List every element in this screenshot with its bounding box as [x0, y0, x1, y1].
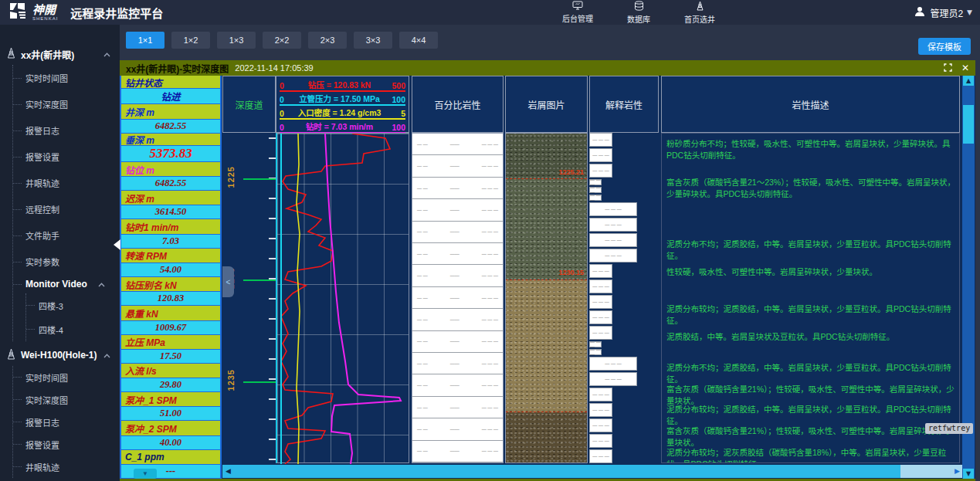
- percent-lithology-row: — ———— — —: [412, 397, 503, 418]
- scroll-up-icon[interactable]: ▲: [963, 76, 974, 86]
- interp-lithology-segment: — — —: [589, 326, 612, 340]
- sidebar-item[interactable]: 报警日志: [13, 411, 120, 433]
- param-value: 17.50: [121, 350, 220, 364]
- interp-lithology-segment: — — —: [589, 418, 612, 432]
- interp-lithology-segment: — — —: [589, 434, 612, 448]
- param-row: 钻压别名 kN120.83: [121, 277, 220, 306]
- interp-lithology-segment: — — —: [589, 403, 612, 417]
- param-value: 7.03: [121, 235, 220, 249]
- param-value: 3614.50: [121, 205, 220, 219]
- depth-tick-line: [243, 381, 276, 383]
- layout-button-1×3[interactable]: 1×3: [217, 32, 256, 49]
- save-template-button[interactable]: 保存模板: [918, 38, 971, 55]
- brand: 神開 SHENKAI: [0, 2, 58, 23]
- layout-button-2×3[interactable]: 2×3: [308, 32, 347, 49]
- nav-backend-admin[interactable]: 后台管理: [562, 1, 593, 24]
- sidebar-item[interactable]: 井眼轨迹: [13, 170, 120, 196]
- interp-lithology-segment: — — —: [589, 148, 612, 162]
- layout-button-2×2[interactable]: 2×2: [263, 32, 301, 49]
- curve-入口密度: [297, 134, 300, 464]
- interp-lithology-segment: — — —: [589, 388, 612, 401]
- param-value: 40.00: [121, 436, 220, 450]
- user-name: 管理员2: [930, 6, 963, 19]
- window-controls: ✕: [944, 61, 969, 75]
- interp-lithology-segment: — — —: [589, 179, 602, 185]
- param-label: 迟深 m: [121, 191, 220, 205]
- interp-lithology-segment: — — —: [589, 164, 612, 178]
- vertical-scrollbar[interactable]: ▲ ▼: [962, 76, 975, 479]
- cuttings-photo-section: [506, 179, 587, 280]
- sidebar-well-1[interactable]: Wei-H100(Hole-1): [0, 346, 120, 364]
- percent-lithology-row: — ———— — —: [412, 265, 503, 286]
- lithology-description: 泥质分布不均；泥质胶结，中等。岩屑呈块状，少量豆粒状。具PDC钻头切削特征。: [666, 239, 956, 262]
- sidebar-item[interactable]: 实时时间图: [13, 366, 120, 388]
- sidebar-item[interactable]: 报警日志: [13, 117, 120, 144]
- window-titlebar[interactable]: xx井(新井眼)-实时深度图 2022-11-14 17:05:39 ✕: [120, 60, 975, 76]
- lithology-description: 富含灰质（碳酸钙含量21～23%）；性较硬，吸水性、可塑性中等。岩屑呈块状，少量…: [666, 177, 956, 200]
- scroll-left-icon[interactable]: ◀: [226, 467, 231, 475]
- app-root: 神開 SHENKAI 远程录井监控平台 后台管理 数据库: [0, 0, 980, 481]
- chevron-up-icon[interactable]: [103, 350, 110, 361]
- layout-button-1×2[interactable]: 1×2: [171, 32, 210, 49]
- param-label: 钻压别名 kN: [121, 277, 220, 292]
- sidebar-item[interactable]: 实时时间图: [13, 65, 120, 91]
- chevron-up-icon[interactable]: [103, 49, 110, 59]
- sidebar-group-monitor-video[interactable]: Monitor Video: [13, 275, 120, 293]
- param-label: 钻位 m: [121, 162, 220, 177]
- sidebar-item[interactable]: 实时深度图: [13, 91, 120, 117]
- percent-lithology-row: — ———— — —: [412, 134, 503, 155]
- parameter-dropdown-button[interactable]: ▼: [134, 469, 157, 479]
- interp-lithology-segment: — — —: [589, 187, 602, 193]
- app-title: 远程录井监控平台: [70, 5, 163, 21]
- sidebar-item-video[interactable]: 四楼-4: [26, 317, 120, 341]
- param-label: 转速 RPM: [121, 249, 220, 263]
- derrick-icon: [6, 348, 16, 362]
- param-row: 转速 RPM54.00: [121, 249, 220, 277]
- param-value: 54.00: [121, 263, 220, 277]
- scroll-right-icon[interactable]: ▶: [955, 467, 960, 475]
- sidebar-item[interactable]: 报警设置: [13, 144, 120, 170]
- param-value: 29.80: [121, 378, 220, 392]
- layout-button-1×1[interactable]: 1×1: [126, 32, 164, 49]
- sidebar-item[interactable]: 实时深度图: [13, 388, 120, 411]
- horizontal-scrollbar[interactable]: ◀ ▶: [222, 465, 962, 478]
- sidebar-item[interactable]: 报警设置: [13, 433, 120, 456]
- interp-lithology-segment: — — —: [589, 449, 612, 463]
- percent-lithology-header: 百分比岩性: [412, 76, 504, 133]
- sidebar-item[interactable]: 井眼轨迹: [13, 456, 120, 478]
- sidebar-item[interactable]: 实时参数: [13, 249, 120, 275]
- depth-tick-line: [243, 279, 276, 281]
- param-value: 120.83: [121, 292, 220, 306]
- scroll-down-icon[interactable]: ▼: [963, 469, 974, 479]
- sidebar-item[interactable]: 文件助手: [13, 222, 120, 249]
- param-panel-collapse-tab[interactable]: <: [222, 266, 234, 297]
- percent-lithology-row: — ———— — —: [412, 243, 503, 265]
- lithology-description: 泥质分布较均；泥质胶结，中等。岩屑呈块状，少量豆粒状。具PDC钻头切削特征。: [666, 303, 956, 327]
- curve-钻时: [325, 134, 401, 464]
- param-label: 钻井状态: [121, 76, 220, 89]
- layout-button-4×4[interactable]: 4×4: [399, 32, 438, 49]
- sidebar-item[interactable]: 远程控制: [13, 196, 120, 222]
- percent-lithology-row: — ———— — —: [412, 222, 503, 243]
- percent-lithology-row: — ———— — —: [412, 287, 503, 309]
- nav-database[interactable]: 数据库: [627, 1, 650, 25]
- maximize-icon[interactable]: [944, 61, 952, 75]
- user-menu[interactable]: 管理员2 ▼: [914, 0, 972, 25]
- horizontal-scrollbar-thumb[interactable]: [222, 465, 900, 478]
- layout-button-3×3[interactable]: 3×3: [354, 32, 392, 49]
- depth-track-header: 深度道: [222, 76, 276, 133]
- chevron-up-icon[interactable]: [98, 279, 105, 290]
- nav-label: 数据库: [627, 13, 650, 25]
- nav-home-well-select[interactable]: 首页选井: [684, 1, 715, 25]
- interpreted-lithology-track: — — —— — —— — —— — —— — —— — —— — —— — —…: [589, 133, 659, 463]
- interp-lithology-segment: — — —: [589, 349, 602, 355]
- vertical-scrollbar-thumb[interactable]: [963, 105, 974, 144]
- param-row: 泵冲_2 SPM40.00: [121, 421, 220, 449]
- sidebar-well-0[interactable]: xx井(新井眼): [0, 45, 120, 63]
- derrick-icon: [6, 47, 16, 61]
- close-icon[interactable]: ✕: [961, 63, 969, 73]
- curve-legend: 0钻压 = 120.83 kN5000立管压力 = 17.50 MPa1000入…: [276, 76, 409, 133]
- sidebar-item-video[interactable]: 四楼-3: [26, 293, 120, 317]
- interp-lithology-segment: — — —: [589, 233, 637, 247]
- sidebar-collapse-handle[interactable]: [114, 239, 120, 250]
